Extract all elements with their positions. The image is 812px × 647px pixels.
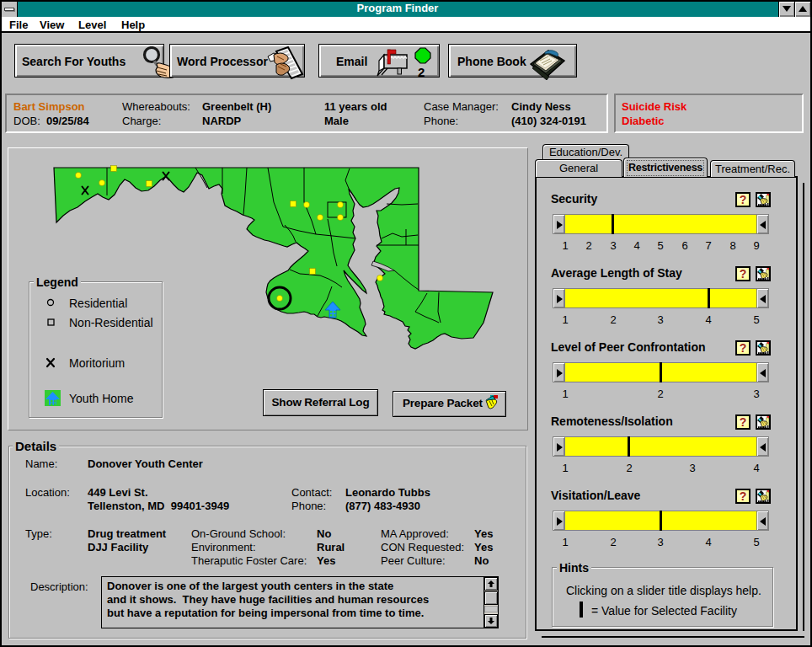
svg-text:2: 2 [418,65,425,78]
